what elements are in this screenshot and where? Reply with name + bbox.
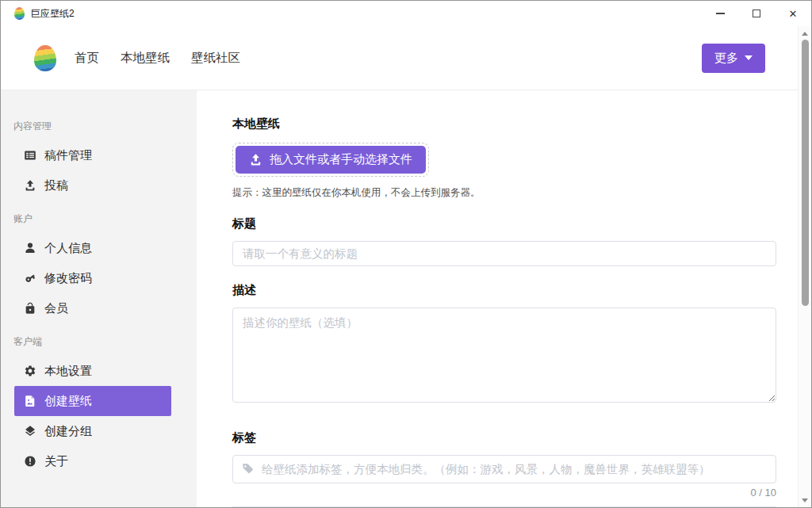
upload-icon [24,179,36,192]
minimize-button[interactable] [702,1,738,26]
window-controls: ✕ [702,1,811,26]
title-field-label: 标题 [232,216,776,231]
sidebar-section-content-management: 内容管理 [1,113,197,140]
description-field-label: 描述 [232,282,776,298]
app-window: 巨应壁纸2 ✕ 首页 本地壁纸 壁纸社区 更多 内容管理 稿件管理 [0,0,812,508]
nav-wallpaper-community[interactable]: 壁纸社区 [191,50,240,67]
description-textarea[interactable] [232,307,776,403]
sidebar-item-local-settings[interactable]: 本地设置 [14,356,171,386]
tags-counter: 0 / 10 [232,487,776,498]
close-icon: ✕ [789,9,798,19]
upload-icon [249,153,262,166]
minimize-icon [716,13,725,13]
chevron-down-icon [745,55,753,60]
titlebar: 巨应壁纸2 ✕ [1,1,811,26]
page-title: 本地壁纸 [232,116,776,132]
sidebar-item-label: 创建分组 [44,424,92,439]
key-icon [24,272,36,285]
tags-field [232,455,776,483]
lock-open-icon [24,302,36,315]
triangle-up-icon [802,32,808,36]
app-logo[interactable] [34,45,56,71]
upload-dropzone[interactable]: 拖入文件或者手动选择文件 [232,143,429,177]
header: 首页 本地壁纸 壁纸社区 更多 [1,26,811,90]
sidebar-item-label: 会员 [44,301,68,316]
body: 内容管理 稿件管理 投稿 账户 个人信息 [1,90,811,507]
maximize-icon [753,10,760,17]
close-button[interactable]: ✕ [775,1,811,26]
title-input[interactable] [232,241,776,266]
nav-local-wallpaper[interactable]: 本地壁纸 [121,50,170,67]
sidebar-item-label: 关于 [44,454,68,469]
app-icon [14,7,25,20]
tags-field-label: 标签 [232,430,776,445]
sidebar: 内容管理 稿件管理 投稿 账户 个人信息 [1,90,197,507]
sidebar-item-membership[interactable]: 会员 [14,293,171,323]
maximize-button[interactable] [738,1,775,26]
sidebar-item-label: 本地设置 [44,364,92,379]
triangle-down-icon [802,498,808,502]
tags-input[interactable] [232,455,776,483]
scroll-down-button[interactable] [799,495,811,506]
window-title: 巨应壁纸2 [31,7,75,21]
sidebar-item-label: 投稿 [44,178,68,193]
sidebar-item-about[interactable]: 关于 [14,446,171,476]
sidebar-item-submit[interactable]: 投稿 [14,170,171,201]
sidebar-item-create-wallpaper[interactable]: 创建壁纸 [14,386,171,416]
layers-icon [24,425,36,437]
sidebar-section-account: 账户 [1,205,197,233]
alert-circle-icon [24,455,36,468]
sidebar-item-profile[interactable]: 个人信息 [14,233,171,263]
section-divider [232,506,776,507]
main-content: 本地壁纸 拖入文件或者手动选择文件 提示：这里的壁纸仅在你本机使用，不会上传到服… [197,90,811,507]
nav-home[interactable]: 首页 [75,50,99,67]
sidebar-item-change-password[interactable]: 修改密码 [14,263,171,293]
person-icon [24,242,36,254]
scrollbar[interactable] [798,26,811,507]
sidebar-section-client: 客户端 [1,328,197,356]
upload-button[interactable]: 拖入文件或者手动选择文件 [236,146,426,174]
sidebar-item-label: 稿件管理 [44,148,92,163]
list-icon [24,149,36,162]
sidebar-item-label: 个人信息 [44,241,92,256]
sidebar-item-create-group[interactable]: 创建分组 [14,416,171,446]
hint-text: 提示：这里的壁纸仅在你本机使用，不会上传到服务器。 [232,186,776,200]
more-button-label: 更多 [714,51,738,66]
top-nav: 首页 本地壁纸 壁纸社区 [75,50,240,67]
scroll-up-button[interactable] [799,28,811,39]
sidebar-item-manuscripts[interactable]: 稿件管理 [14,140,171,170]
sidebar-item-label: 修改密码 [44,271,92,286]
gear-icon [24,365,36,377]
sidebar-item-label: 创建壁纸 [44,394,92,409]
more-button[interactable]: 更多 [702,44,765,73]
scrollbar-thumb[interactable] [802,40,809,306]
image-file-icon [24,395,36,407]
upload-button-label: 拖入文件或者手动选择文件 [270,152,412,167]
